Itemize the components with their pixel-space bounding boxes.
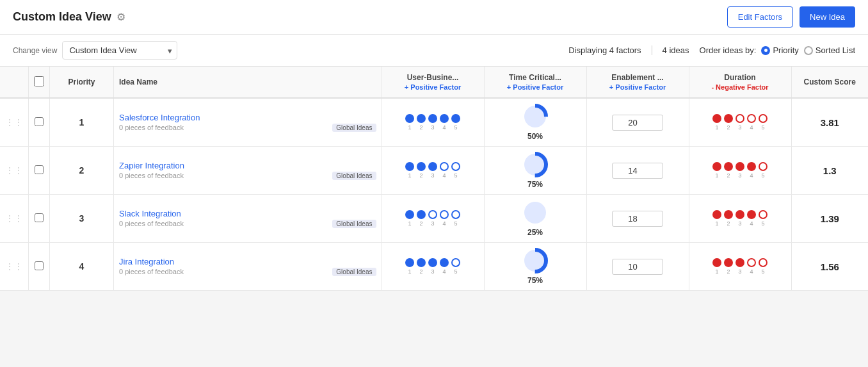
- dot-label-2: 2: [417, 268, 426, 275]
- red-dot-2[interactable]: [724, 162, 733, 171]
- custom-score-cell-1: 1.3: [791, 147, 868, 195]
- red-dot-3[interactable]: [735, 162, 744, 171]
- user-business-cell-0: 12345: [382, 98, 484, 147]
- dot-label-1: 1: [405, 172, 414, 179]
- order-sorted-list[interactable]: Sorted List: [804, 45, 855, 55]
- red-dot-2[interactable]: [724, 258, 733, 267]
- new-idea-button[interactable]: New Idea: [800, 6, 855, 28]
- red-dot-1[interactable]: [712, 210, 721, 219]
- dot-label-5: 5: [451, 172, 460, 179]
- dot-label-2: 2: [724, 268, 733, 275]
- blue-dot-1[interactable]: [405, 258, 414, 267]
- blue-dot-2[interactable]: [417, 162, 426, 171]
- blue-dot-4[interactable]: [440, 114, 449, 123]
- filter-bar: Change view Custom Idea ViewDefault View…: [0, 35, 868, 67]
- drag-handle-0[interactable]: ⋮⋮: [0, 98, 29, 147]
- red-dot-3[interactable]: [735, 258, 744, 267]
- row-checkbox-3[interactable]: [35, 261, 44, 270]
- red-dot-5[interactable]: [759, 114, 768, 123]
- drag-handle-1[interactable]: ⋮⋮: [0, 147, 29, 195]
- blue-dot-4[interactable]: [440, 162, 449, 171]
- blue-dot-4[interactable]: [440, 258, 449, 267]
- red-dot-4[interactable]: [747, 114, 756, 123]
- row-checkbox-0[interactable]: [35, 117, 44, 126]
- order-label: Order ideas by:: [700, 45, 757, 55]
- enablement-input-2[interactable]: [612, 211, 663, 227]
- row-checkbox-2[interactable]: [35, 213, 44, 222]
- blue-dot-4[interactable]: [440, 210, 449, 219]
- edit-factors-button[interactable]: Edit Factors: [727, 6, 793, 28]
- gear-icon[interactable]: ⚙: [117, 11, 125, 23]
- blue-dot-2[interactable]: [417, 210, 426, 219]
- th-idea-name-label: Idea Name: [119, 77, 157, 86]
- idea-link-2[interactable]: Slack Integration: [119, 209, 181, 218]
- dot-label-4: 4: [747, 172, 756, 179]
- drag-handle-3[interactable]: ⋮⋮: [0, 243, 29, 291]
- enablement-cell-1: [586, 147, 689, 195]
- blue-dot-5[interactable]: [451, 258, 460, 267]
- blue-dot-1[interactable]: [405, 210, 414, 219]
- pie-wrap-0: 50%: [490, 104, 581, 141]
- duration-cell-3: 12345: [689, 243, 791, 291]
- idea-link-3[interactable]: Jira Integration: [119, 257, 174, 266]
- th-priority: Priority: [50, 67, 114, 98]
- dot-label-4: 4: [440, 172, 449, 179]
- red-dot-4[interactable]: [747, 210, 756, 219]
- duration-cell-2: 12345: [689, 195, 791, 243]
- order-priority[interactable]: Priority: [761, 45, 798, 55]
- view-select[interactable]: Custom Idea ViewDefault ViewPriority Vie…: [62, 41, 177, 60]
- red-dot-1[interactable]: [712, 258, 721, 267]
- drag-handle-2[interactable]: ⋮⋮: [0, 195, 29, 243]
- duration-cell-1: 12345: [689, 147, 791, 195]
- blue-dot-5[interactable]: [451, 210, 460, 219]
- global-badge-1: Global Ideas: [332, 172, 376, 180]
- red-dot-3[interactable]: [735, 114, 744, 123]
- feedback-text-3: 0 pieces of feedback: [119, 268, 184, 275]
- row-checkbox-1[interactable]: [35, 165, 44, 174]
- enablement-input-1[interactable]: [612, 163, 663, 179]
- dot-label-3: 3: [428, 268, 437, 275]
- dot-label-1: 1: [712, 124, 721, 131]
- red-dot-5[interactable]: [759, 210, 768, 219]
- dot-label-5: 5: [759, 172, 768, 179]
- table-row: ⋮⋮ 1 Salesforce Integration 0 pieces of …: [0, 98, 868, 147]
- pie-pct-2: 25%: [527, 228, 543, 237]
- red-dot-4[interactable]: [747, 162, 756, 171]
- red-dot-3[interactable]: [735, 210, 744, 219]
- red-dot-1[interactable]: [712, 114, 721, 123]
- dot-label-3: 3: [735, 124, 744, 131]
- pie-pct-0: 50%: [527, 132, 543, 141]
- row-check-3: [29, 243, 50, 291]
- th-idea-name: Idea Name: [114, 67, 382, 98]
- red-dot-2[interactable]: [724, 114, 733, 123]
- blue-dot-1[interactable]: [405, 114, 414, 123]
- blue-dot-3[interactable]: [428, 210, 437, 219]
- blue-dot-3[interactable]: [428, 114, 437, 123]
- th-custom-score-label: Custom Score: [804, 77, 856, 86]
- red-dot-2[interactable]: [724, 210, 733, 219]
- radio-sorted-inactive: [804, 46, 813, 55]
- idea-link-0[interactable]: Salesforce Integration: [119, 113, 200, 122]
- enablement-input-3[interactable]: [612, 259, 663, 275]
- blue-dot-2[interactable]: [417, 114, 426, 123]
- table-body: ⋮⋮ 1 Salesforce Integration 0 pieces of …: [0, 98, 868, 291]
- red-dot-4[interactable]: [747, 258, 756, 267]
- blue-dot-3[interactable]: [428, 162, 437, 171]
- enablement-input-0[interactable]: [612, 115, 663, 131]
- blue-dot-5[interactable]: [451, 114, 460, 123]
- idea-link-1[interactable]: Zapier Integration: [119, 161, 184, 170]
- pie-wrap-1: 75%: [490, 152, 581, 189]
- red-dot-5[interactable]: [759, 162, 768, 171]
- red-dot-1[interactable]: [712, 162, 721, 171]
- factor-type-time-critical: + Positive Factor: [507, 83, 563, 91]
- dot-label-3: 3: [735, 268, 744, 275]
- blue-dot-2[interactable]: [417, 258, 426, 267]
- th-time-critical: Time Critical... + Positive Factor: [484, 67, 586, 98]
- change-view-label: Change view: [13, 46, 57, 55]
- blue-dot-3[interactable]: [428, 258, 437, 267]
- red-dot-5[interactable]: [759, 258, 768, 267]
- select-all-checkbox[interactable]: [34, 76, 44, 86]
- blue-dot-1[interactable]: [405, 162, 414, 171]
- dot-label-3: 3: [735, 220, 744, 227]
- blue-dot-5[interactable]: [451, 162, 460, 171]
